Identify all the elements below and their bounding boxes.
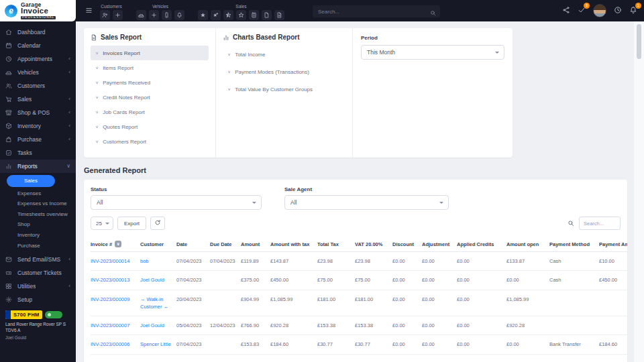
sales-report-item-credit-notes-report[interactable]: ∨Credit Notes Report [91,90,209,105]
approvals-button[interactable]: 3 [578,6,586,16]
column-filter-icon[interactable]: ∨ [115,241,121,247]
page-size-select[interactable]: 25 [91,217,113,230]
sidebar-item-vehicles[interactable]: Vehicles‹ [0,66,76,79]
eco-badge-icon [45,311,62,318]
sidebar-item-shop-pos[interactable]: Shop & POS‹ [0,106,76,119]
plus-button[interactable] [149,10,159,20]
customer-link[interactable]: Spencer Little [140,341,171,347]
sidebar-item-calendar[interactable]: Calendar [0,39,76,52]
sidebar-item-label: Vehicles [17,69,39,76]
sidebar-item-tasks[interactable]: Tasks [0,146,76,160]
sidebar-item-inventory[interactable]: Inventory‹ [0,119,76,133]
chevron-down-icon: ∨ [66,164,70,169]
col-header-amount-with-tax[interactable]: Amount with tax [270,237,317,252]
star-outline-button[interactable] [236,10,246,20]
sale-agent-select[interactable]: All [284,195,449,210]
sales-report-item-job-cards-report[interactable]: ∨Job Cards Report [91,105,209,119]
col-header-total-tax[interactable]: Total Tax [317,237,355,252]
table-search-icon[interactable] [568,220,574,227]
avatar[interactable] [593,4,606,17]
history-button[interactable] [614,6,622,16]
status-select[interactable]: All [91,195,262,210]
notifications-button[interactable]: 1 [629,6,637,16]
invoice-link[interactable]: INV-2023/000007 [91,322,129,328]
sidebar-item-sales[interactable]: Sales‹ [0,93,76,106]
sidebar-subitem-timesheets-overview[interactable]: Timesheets overview [0,209,76,220]
customer-link[interactable]: bob [140,258,149,264]
global-search [313,4,440,18]
sidebar-item-appointments[interactable]: Appointments‹ [0,52,76,66]
customer-link[interactable]: Joel Gould [140,277,164,283]
global-search-input[interactable] [313,5,440,17]
sidebar-item-customers[interactable]: Customers [0,79,76,93]
topbar-right: 3 1 [562,4,637,17]
plus-button[interactable] [113,10,123,20]
page-scrollbar-track[interactable] [634,21,644,362]
star-half-button[interactable] [223,10,233,20]
col-header-amount-open[interactable]: Amount open [506,237,549,252]
app-logo[interactable]: e Garage Invoice PROFESSIONAL [0,0,76,21]
star-button[interactable] [198,10,208,20]
col-header-due-date[interactable]: Due Date [210,237,241,252]
user-plus-icon [102,10,108,20]
col-header-discount[interactable]: Discount [392,237,422,252]
customer-link[interactable]: → Walk-in Customer ← [140,296,168,310]
table-search-input[interactable] [579,217,621,230]
page-scrollbar-thumb[interactable] [637,24,641,59]
invoice-link[interactable]: INV-2023/000009 [91,296,129,302]
sidebar-item-customer-tickets[interactable]: Customer Tickets [0,266,76,280]
user-plus-button[interactable] [100,10,110,20]
col-header-payment-method[interactable]: Payment Method [549,237,599,252]
customer-link[interactable]: Joel Gould [140,322,164,328]
sidebar-item-send-email-sms[interactable]: Send Email/SMS‹ [0,253,76,266]
sidebar-subitem-shop[interactable]: Shop [0,219,76,230]
sidebar-item-setup[interactable]: Setup [0,293,76,306]
sales-report-item-quotes-report[interactable]: ∨Quotes Report [91,119,209,134]
mobile-button[interactable] [162,10,172,20]
charts-report-item-payment-modes-transactions[interactable]: ∨Payment Modes (Transactions) [223,63,345,80]
charts-report-item-total-income[interactable]: ∨Total Income [223,46,345,63]
col-header-adjustment[interactable]: Adjustment [422,237,457,252]
star-plus-button[interactable] [211,10,221,20]
period-select[interactable]: This Month [361,45,504,60]
sidebar-subitem-expenses[interactable]: Expenses [0,188,76,199]
bell-button[interactable] [174,10,184,20]
file-button[interactable] [262,10,272,20]
refresh-button[interactable] [150,217,165,230]
sales-report-item-customers-report[interactable]: ∨Customers Report [91,134,209,149]
menu-toggle-button[interactable] [81,6,96,16]
sidebar-item-utilities[interactable]: Utilities‹ [0,280,76,293]
share-button[interactable] [562,6,570,16]
col-header-invoice[interactable]: Invoice #∨ [91,237,140,252]
calculator-button[interactable] [249,10,259,20]
invoice-link[interactable]: INV-2023/000006 [91,341,129,347]
sales-report-item-items-report[interactable]: ∨Items Report [91,60,209,75]
charts-report-item-total-value-by-customer-groups[interactable]: ∨Total Value By Customer Groups [223,80,345,98]
vehicle-widget[interactable]: S700 PHM Land Rover Range Rover SP S TDV… [0,310,76,340]
col-header-customer[interactable]: Customer [140,237,176,252]
panel-title-charts: Charts Based Report [233,34,299,41]
invoice-link[interactable]: INV-2023/000014 [91,258,129,264]
export-button[interactable]: Export [117,217,146,230]
chevron-down-icon: ∨ [95,139,99,143]
sidebar-subitem-purchase[interactable]: Purchase [0,241,76,251]
col-header-applied-credits[interactable]: Applied Credits [457,237,506,252]
sidebar-item-purchase[interactable]: Purchase‹ [0,133,76,146]
sidebar-subitem-expenses-vs-income[interactable]: Expenses vs Income [0,198,76,209]
chevron-left-icon: ‹ [68,56,70,62]
sales-report-item-payments-received[interactable]: ∨Payments Received [91,75,209,90]
invoice-link[interactable]: INV-2023/000013 [91,277,129,283]
cart-icon [5,96,13,103]
sales-report-item-invoices-report[interactable]: ∨Invoices Report [91,46,209,60]
sidebar-subitem-inventory[interactable]: Inventory [0,230,76,241]
sidebar-item-reports[interactable]: Reports∨ [0,160,76,173]
car-button[interactable] [136,10,146,20]
col-header-date[interactable]: Date [176,237,210,252]
col-header-vat-20-00[interactable]: VAT 20.00% [355,237,392,252]
sidebar-subitem-sales[interactable]: Sales [7,175,55,187]
col-header-payment-amount[interactable]: Payment Amount [599,237,627,252]
file-text-button[interactable] [274,10,284,20]
sidebar-item-dashboard[interactable]: Dashboard [0,25,76,39]
col-header-amount[interactable]: Amount [241,237,270,252]
sidebar-item-label: Sales [17,96,32,103]
